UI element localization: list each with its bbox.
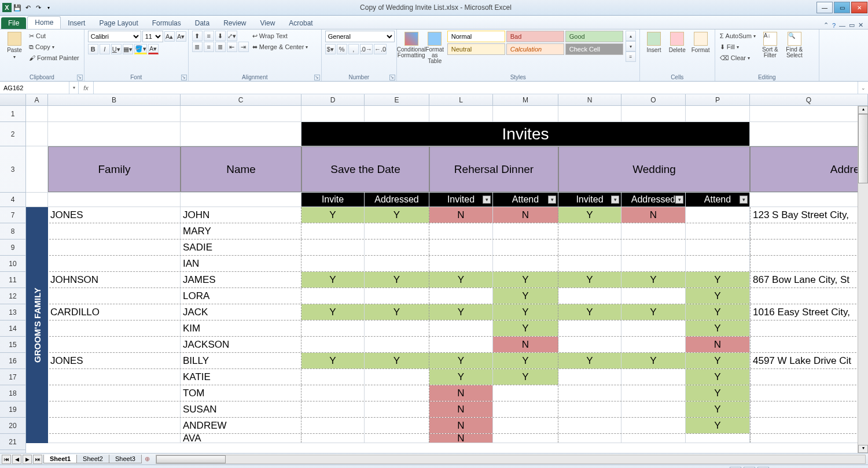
- cell-e[interactable]: [365, 418, 429, 433]
- cell-l[interactable]: [429, 320, 493, 336]
- sheet-nav-last-icon[interactable]: ⏭: [33, 455, 42, 464]
- cell-n[interactable]: [558, 223, 621, 239]
- wrap-text-button[interactable]: ↩Wrap Text: [251, 31, 310, 41]
- format-painter-button[interactable]: 🖌Format Painter: [28, 53, 80, 63]
- styles-more[interactable]: ≡: [626, 51, 636, 62]
- tab-review[interactable]: Review: [216, 17, 253, 29]
- cell-d[interactable]: [301, 369, 365, 385]
- merge-center-button[interactable]: ⬌Merge & Center▾: [251, 42, 310, 52]
- cell-o[interactable]: [621, 337, 686, 352]
- hdr-wedding[interactable]: Wedding: [558, 146, 750, 192]
- rowhdr-8[interactable]: 8: [0, 223, 25, 239]
- tab-acrobat[interactable]: Acrobat: [282, 17, 319, 29]
- cell-name[interactable]: JAMES: [181, 272, 301, 288]
- cell-o[interactable]: [621, 288, 686, 304]
- cell[interactable]: [181, 193, 301, 207]
- cell-m[interactable]: Y: [493, 369, 558, 385]
- align-left-button[interactable]: ≣: [192, 42, 203, 52]
- cell-m[interactable]: [493, 434, 558, 443]
- cell[interactable]: [301, 106, 365, 121]
- cell-family[interactable]: [48, 434, 181, 443]
- cell-family[interactable]: CARDILLO: [48, 304, 181, 320]
- increase-decimal-button[interactable]: .0→: [360, 44, 373, 54]
- cell-family[interactable]: [48, 385, 181, 401]
- style-good[interactable]: Good: [565, 31, 623, 42]
- cell-l[interactable]: [429, 223, 493, 239]
- rowhdr-19[interactable]: 19: [0, 401, 25, 418]
- orientation-button[interactable]: ⤢▾: [227, 31, 237, 41]
- cell-name[interactable]: JACK: [181, 304, 301, 320]
- cell-name[interactable]: KATIE: [181, 369, 301, 385]
- cell-address[interactable]: [750, 337, 868, 352]
- cell-m[interactable]: Y: [493, 288, 558, 304]
- tab-formulas[interactable]: Formulas: [145, 17, 188, 29]
- doc-minimize-icon[interactable]: —: [839, 22, 845, 29]
- cell-p[interactable]: Y: [686, 401, 750, 417]
- cell-n[interactable]: [558, 256, 621, 271]
- cell-e[interactable]: [365, 239, 429, 255]
- cell-m[interactable]: [493, 385, 558, 401]
- cell-name[interactable]: KIM: [181, 320, 301, 336]
- cell[interactable]: [26, 122, 48, 146]
- new-sheet-icon[interactable]: ⊕: [142, 455, 153, 463]
- cell-m[interactable]: Y: [493, 304, 558, 320]
- cell-l[interactable]: [429, 337, 493, 352]
- rowhdr-16[interactable]: 16: [0, 353, 25, 369]
- rowhdr-11[interactable]: 11: [0, 272, 25, 288]
- comma-button[interactable]: ,: [348, 44, 359, 54]
- sub-attend-1-filter-icon[interactable]: ▾: [548, 196, 556, 204]
- cell-e[interactable]: Y: [365, 353, 429, 368]
- colhdr-D[interactable]: D: [301, 94, 365, 105]
- cell-address[interactable]: 123 S Bay Street City,: [750, 207, 868, 223]
- help-icon[interactable]: ?: [832, 22, 836, 29]
- cell-n[interactable]: [558, 320, 621, 336]
- cell-name[interactable]: MARY: [181, 223, 301, 239]
- cell-family[interactable]: [48, 239, 181, 255]
- hdr-family[interactable]: Family: [48, 146, 181, 192]
- cell-m[interactable]: [493, 256, 558, 271]
- shrink-font-button[interactable]: A▾: [176, 31, 186, 42]
- alignment-launcher-icon[interactable]: ↘: [314, 75, 320, 80]
- format-cells-button[interactable]: Format: [690, 31, 711, 53]
- cell-o[interactable]: [621, 320, 686, 336]
- cell-n[interactable]: Y: [558, 353, 621, 368]
- cell-o[interactable]: [621, 401, 686, 417]
- cell-e[interactable]: [365, 369, 429, 385]
- cell-m[interactable]: Y: [493, 353, 558, 368]
- minimize-ribbon-icon[interactable]: ⌃: [823, 21, 829, 29]
- cell[interactable]: [26, 106, 48, 121]
- cell-n[interactable]: [558, 369, 621, 385]
- cell-p[interactable]: Y: [686, 418, 750, 433]
- cell-address[interactable]: 867 Bow Lane City, St: [750, 272, 868, 288]
- rowhdr-10[interactable]: 10: [0, 256, 25, 272]
- font-launcher-icon[interactable]: ↘: [181, 75, 187, 80]
- cell[interactable]: [558, 106, 621, 121]
- cell-d[interactable]: [301, 288, 365, 304]
- sheet-nav-prev-icon[interactable]: ◀: [12, 455, 21, 464]
- sub-attend-1[interactable]: Attend▾: [493, 193, 558, 207]
- close-button[interactable]: ✕: [851, 2, 867, 13]
- cell-e[interactable]: [365, 385, 429, 401]
- cell-m[interactable]: Y: [493, 320, 558, 336]
- cell-e[interactable]: [365, 223, 429, 239]
- cell-l[interactable]: Y: [429, 369, 493, 385]
- rowhdr-2[interactable]: 2: [0, 122, 25, 146]
- colhdr-L[interactable]: L: [429, 94, 493, 105]
- cell[interactable]: [181, 122, 301, 146]
- cell-d[interactable]: Y: [301, 304, 365, 320]
- align-top-button[interactable]: ⬆: [192, 31, 203, 41]
- cell-p[interactable]: [686, 434, 750, 443]
- hdr-address[interactable]: Addres: [750, 146, 868, 192]
- cell-d[interactable]: [301, 418, 365, 433]
- cell-p[interactable]: [686, 207, 750, 223]
- insert-cells-button[interactable]: Insert: [643, 31, 664, 53]
- cell-d[interactable]: [301, 434, 365, 443]
- font-color-button[interactable]: A▾: [148, 44, 159, 54]
- style-normal[interactable]: Normal: [447, 31, 505, 42]
- cell-p[interactable]: Y: [686, 272, 750, 288]
- cell[interactable]: [48, 122, 181, 146]
- cell-p[interactable]: Y: [686, 353, 750, 368]
- rowhdr-1[interactable]: 1: [0, 106, 25, 122]
- cell-family[interactable]: [48, 418, 181, 433]
- cell[interactable]: [686, 106, 750, 121]
